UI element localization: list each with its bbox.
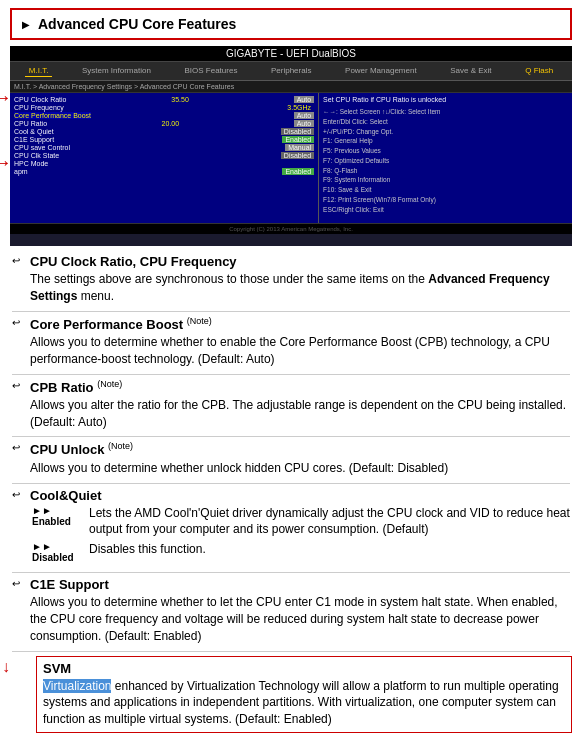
bios-help-panel: Set CPU Ratio if CPU Ratio is unlocked ←… [319,93,572,223]
divider-3 [12,436,570,437]
content-area: ↩ CPU Clock Ratio, CPU Frequency The set… [0,254,582,652]
bios-label-perf-boost: Core Performance Boost [14,112,91,119]
section-cpu-unlock: ↩ CPU Unlock (Note) Allows you to determ… [12,441,570,476]
bios-nav-qflash: Q Flash [521,65,557,77]
section-body-c1e: C1E Support Allows you to determine whet… [30,577,570,644]
bios-row-cpu-save: CPU save Control Manual [14,144,314,151]
bios-help-line5: F5: Previous Values [323,146,568,156]
bios-val-cpu-ratio: 20.00 [159,120,183,127]
section-text-core-perf: Allows you to determine whether to enabl… [30,334,570,368]
cool-quiet-disabled-item: ►► Disabled Disables this function. [30,541,570,563]
note-sup-cpb: (Note) [97,379,122,389]
section-body-cool-quiet: Cool&Quiet ►► Enabled Lets the AMD Cool'… [30,488,570,567]
bios-screenshot: GIGABYTE - UEFI DualBIOS M.I.T. System I… [10,46,572,246]
section-title-cpu-unlock: CPU Unlock (Note) [30,441,570,457]
section-body-core-perf: Core Performance Boost (Note) Allows you… [30,316,570,368]
section-marker-c1e: ↩ [12,578,24,644]
bios-breadcrumb: M.I.T. > Advanced Frequency Settings > A… [10,81,572,93]
bios-val-perf-boost: Auto [294,112,314,119]
bios-val-frequency: 3.5GHz [284,104,314,111]
note-sup-cpu-unlock: (Note) [108,441,133,451]
divider-2 [12,374,570,375]
bios-nav-system: System Information [78,65,155,77]
cool-quiet-enabled-item: ►► Enabled Lets the AMD Cool'n'Quiet dri… [30,505,570,539]
section-body-cpb: CPB Ratio (Note) Allows you alter the ra… [30,379,570,431]
bios-row-c1e: C1E Support Enabled [14,136,314,143]
bios-row-clk-state: CPU Clk State Disabled [14,152,314,159]
section-title-core-perf: Core Performance Boost (Note) [30,316,570,332]
bios-val-clock-ratio: 35.50 [168,96,192,103]
section-text-cpu-unlock: Allows you to determine whether unlock h… [30,460,570,477]
section-title-cool-quiet: Cool&Quiet [30,488,570,503]
svm-text: Virtualization enhanced by Virtualizatio… [43,678,565,728]
section-text-c1e: Allows you to determine whether to let t… [30,594,570,644]
bios-label-clk-state: CPU Clk State [14,152,59,159]
bios-help-line6: F7: Optimized Defaults [323,156,568,166]
bios-val-cpu-save: Manual [285,144,314,151]
section-c1e: ↩ C1E Support Allows you to determine wh… [12,577,570,644]
bios-footer: Copyright (C) 2013 American Megatrends, … [10,223,572,234]
bios-nav-power: Power Management [341,65,421,77]
bios-label-apm: apm [14,168,28,175]
bios-val-c1e: Enabled [282,136,314,143]
red-arrow-svm: ↓ [2,658,10,676]
bios-help-line4: F1: General Help [323,136,568,146]
cool-quiet-enabled-bullet: ►► Enabled [30,505,85,539]
bios-row-cpu-ratio: CPU Ratio 20.00 Auto [14,120,314,127]
cool-quiet-disabled-bullet: ►► Disabled [30,541,85,563]
bios-help-line10: F12: Print Screen(Win7/8 Format Only) [323,195,568,205]
bios-help-line7: F8: Q-Flash [323,166,568,176]
red-arrow-bios-top: → [0,86,12,109]
bios-tag-cpu-ratio: Auto [294,120,314,127]
bios-settings-panel: CPU Clock Ratio 35.50 Auto CPU Frequency… [10,93,319,223]
section-marker-cpu-clock: ↩ [12,255,24,305]
page-header: ▶ Advanced CPU Core Features [10,8,572,40]
bios-val-clk-state: Disabled [281,152,314,159]
section-title-c1e: C1E Support [30,577,570,592]
section-title-cpb: CPB Ratio (Note) [30,379,570,395]
bios-row-apm: apm Enabled [14,168,314,175]
section-marker-cool-quiet: ↩ [12,489,24,567]
section-marker-cpb: ↩ [12,380,24,431]
cool-quiet-enabled-text: Lets the AMD Cool'n'Quiet driver dynamic… [89,505,570,539]
bios-help-line3: +/-/PU/PD: Change Opt. [323,127,568,137]
divider-1 [12,311,570,312]
section-marker-core-perf: ↩ [12,317,24,368]
bios-row-hpc: HPC Mode [14,160,314,167]
section-cpb-ratio: ↩ CPB Ratio (Note) Allows you alter the … [12,379,570,431]
svm-container: ↓ SVM Virtualization enhanced by Virtual… [24,656,582,733]
bios-help-text: Set CPU Ratio if CPU Ratio is unlocked [323,96,568,103]
divider-5 [12,572,570,573]
section-body-cpu-unlock: CPU Unlock (Note) Allows you to determin… [30,441,570,476]
bios-val-cool-quiet: Disabled [281,128,314,135]
bold-advanced-freq: Advanced Frequency Settings [30,272,550,303]
bios-val-apm: Enabled [282,168,314,175]
bios-row-clock-ratio: CPU Clock Ratio 35.50 Auto [14,96,314,103]
bios-content-area: CPU Clock Ratio 35.50 Auto CPU Frequency… [10,93,572,223]
bios-row-cool-quiet: Cool & Quiet Disabled [14,128,314,135]
bios-nav-bios: BIOS Features [180,65,241,77]
section-core-perf-boost: ↩ Core Performance Boost (Note) Allows y… [12,316,570,368]
bios-nav-bar: M.I.T. System Information BIOS Features … [10,62,572,81]
bios-brand-bar: GIGABYTE - UEFI DualBIOS [10,46,572,62]
bios-label-c1e: C1E Support [14,136,54,143]
bios-nav-save: Save & Exit [446,65,495,77]
cool-quiet-disabled-text: Disables this function. [89,541,570,563]
divider-4 [12,483,570,484]
bios-help-line9: F10: Save & Exit [323,185,568,195]
note-sup-core-perf: (Note) [187,316,212,326]
bios-label-cpu-save: CPU save Control [14,144,70,151]
section-cool-quiet: ↩ Cool&Quiet ►► Enabled Lets the AMD Coo… [12,488,570,567]
bios-help-line2: Enter/Dbl Click: Select [323,117,568,127]
bios-breadcrumb-text: M.I.T. > Advanced Frequency Settings > A… [14,83,234,90]
bios-label-frequency: CPU Frequency [14,104,64,111]
bios-label-hpc: HPC Mode [14,160,48,167]
section-text-cpu-clock: The settings above are synchronous to th… [30,271,570,305]
svm-section: SVM Virtualization enhanced by Virtualiz… [36,656,572,733]
bios-help-line8: F9: System Information [323,175,568,185]
section-title-cpu-clock: CPU Clock Ratio, CPU Frequency [30,254,570,269]
bios-key-help: ←→: Select Screen ↑↓/Click: Select Item … [323,107,568,214]
bios-row-perf-boost: Core Performance Boost Auto [14,112,314,119]
divider-6 [12,651,570,652]
bios-nav-mit: M.I.T. [25,65,53,77]
